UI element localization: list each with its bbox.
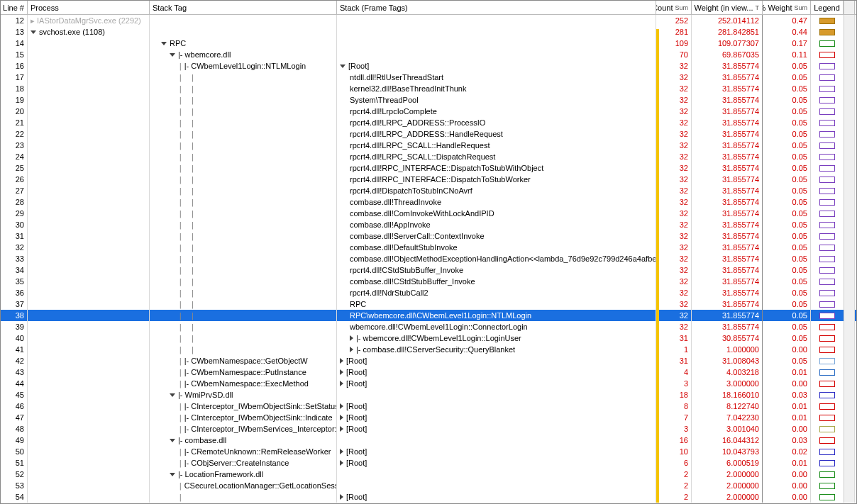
scrollbar-gutter[interactable] <box>844 401 855 412</box>
table-row[interactable]: 53| CSecureLocationManager::GetLocationS… <box>1 480 856 491</box>
scrollbar-gutter[interactable] <box>844 140 855 151</box>
expand-toggle-icon[interactable] <box>161 42 167 45</box>
scrollbar-gutter[interactable] <box>844 264 855 276</box>
scrollbar-gutter[interactable] <box>844 15 855 26</box>
scrollbar-gutter[interactable] <box>844 287 855 298</box>
profiler-grid[interactable]: Line # Process Stack Tag Stack (Frame Ta… <box>0 0 857 504</box>
expand-toggle-icon[interactable] <box>340 415 343 420</box>
table-row[interactable]: 54| [Root]22.0000000.00 <box>1 491 856 503</box>
table-row[interactable]: 26| |rpcrt4.dll!RPC_INTERFACE::DispatchT… <box>1 174 856 185</box>
table-row[interactable]: 37| |RPC3231.8557740.05 <box>1 298 856 310</box>
expand-toggle-icon[interactable] <box>340 381 343 386</box>
header-stacktag[interactable]: Stack Tag <box>150 1 337 14</box>
scrollbar-gutter[interactable] <box>844 196 855 208</box>
table-row[interactable]: 43| |- CWbemNamespace::PutInstance[Root]… <box>1 366 856 378</box>
expand-toggle-icon[interactable] <box>31 30 36 34</box>
table-row[interactable]: 31| |combase.dll!ServerCall::ContextInvo… <box>1 230 856 242</box>
expand-toggle-icon[interactable] <box>340 494 343 500</box>
expand-toggle-icon[interactable] <box>340 65 345 68</box>
table-row[interactable]: 24| |rpcrt4.dll!LRPC_SCALL::DispatchRequ… <box>1 151 856 162</box>
table-row[interactable]: 23| |rpcrt4.dll!LRPC_SCALL::HandleReques… <box>1 140 856 151</box>
table-row[interactable]: 45|- WmiPrvSD.dll1818.1660100.03 <box>1 389 856 401</box>
table-row[interactable]: 14RPC109109.0773070.17 <box>1 38 856 49</box>
scrollbar-gutter[interactable] <box>844 106 855 117</box>
scrollbar-gutter[interactable] <box>844 412 855 423</box>
expand-toggle-icon[interactable] <box>340 449 343 454</box>
table-row[interactable]: 17| |ntdll.dll!RtlUserThreadStart3231.85… <box>1 72 856 83</box>
expand-toggle-icon[interactable] <box>350 347 353 352</box>
expand-toggle-icon[interactable] <box>340 426 343 432</box>
table-row[interactable]: 52|- LocationFramework.dll22.0000000.00 <box>1 469 856 480</box>
table-row[interactable]: 12▸ IAStorDataMgrSvc.exe (2292)252252.01… <box>1 15 856 26</box>
table-row[interactable]: 38| |RPC\wbemcore.dll\CWbemLevel1Login::… <box>1 310 856 321</box>
expand-toggle-icon[interactable] <box>340 403 343 409</box>
scrollbar-gutter[interactable] <box>844 151 855 162</box>
scrollbar-gutter[interactable] <box>844 219 855 230</box>
scrollbar-track[interactable] <box>844 1 855 14</box>
header-stack[interactable]: Stack (Frame Tags) <box>337 1 656 14</box>
table-row[interactable]: 16| |- CWbemLevel1Login::NTLMLogin[Root]… <box>1 60 856 72</box>
table-row[interactable]: 15|- wbemcore.dll7069.8670350.11 <box>1 49 856 60</box>
table-row[interactable]: 34| |rpcrt4.dll!CStdStubBuffer_Invoke323… <box>1 264 856 276</box>
scrollbar-gutter[interactable] <box>844 94 855 106</box>
expand-toggle-icon[interactable] <box>340 358 343 364</box>
scrollbar-gutter[interactable] <box>844 72 855 83</box>
table-row[interactable]: 44| |- CWbemNamespace::ExecMethod[Root]3… <box>1 378 856 389</box>
scrollbar-gutter[interactable] <box>844 253 855 264</box>
scrollbar-gutter[interactable] <box>844 332 855 344</box>
table-row[interactable]: 42| |- CWbemNamespace::GetObjectW[Root]3… <box>1 355 856 366</box>
scrollbar-gutter[interactable] <box>844 355 855 366</box>
table-row[interactable]: 30| |combase.dll!AppInvoke3231.8557740.0… <box>1 219 856 230</box>
expand-toggle-icon[interactable] <box>170 393 175 397</box>
scrollbar-gutter[interactable] <box>844 389 855 401</box>
table-row[interactable]: 19| |System\ThreadPool3231.8557740.05 <box>1 94 856 106</box>
scrollbar-gutter[interactable] <box>844 162 855 174</box>
scrollbar-gutter[interactable] <box>844 276 855 287</box>
header-legend[interactable]: Legend <box>811 1 844 14</box>
scrollbar-gutter[interactable] <box>844 117 855 128</box>
scrollbar-gutter[interactable] <box>844 230 855 242</box>
header-count[interactable]: CountSum <box>656 1 692 14</box>
table-row[interactable]: 46| |- CInterceptor_IWbemObjectSink::Set… <box>1 401 856 412</box>
table-row[interactable]: 50| |- CRemoteUnknown::RemReleaseWorker[… <box>1 446 856 457</box>
table-row[interactable]: 49|- combase.dll1616.0443120.03 <box>1 435 856 446</box>
scrollbar-gutter[interactable] <box>844 435 855 446</box>
scrollbar-gutter[interactable] <box>844 446 855 457</box>
scrollbar-gutter[interactable] <box>844 491 855 503</box>
table-row[interactable]: 18| |kernel32.dll!BaseThreadInitThunk323… <box>1 83 856 94</box>
scrollbar-gutter[interactable] <box>844 185 855 196</box>
scrollbar-gutter[interactable] <box>844 83 855 94</box>
header-process[interactable]: Process <box>28 1 150 14</box>
table-row[interactable]: 29| |combase.dll!ComInvokeWithLockAndIPI… <box>1 208 856 219</box>
scrollbar-gutter[interactable] <box>844 298 855 310</box>
scrollbar-gutter[interactable] <box>844 378 855 389</box>
table-row[interactable]: 33| |combase.dll!ObjectMethodExceptionHa… <box>1 253 856 264</box>
table-row[interactable]: 25| |rpcrt4.dll!RPC_INTERFACE::DispatchT… <box>1 162 856 174</box>
header-line[interactable]: Line # <box>1 1 28 14</box>
scrollbar-gutter[interactable] <box>844 128 855 140</box>
table-row[interactable]: 36| |rpcrt4.dll!NdrStubCall23231.8557740… <box>1 287 856 298</box>
table-row[interactable]: 51| |- CObjServer::CreateInstance[Root]6… <box>1 457 856 469</box>
scrollbar-gutter[interactable] <box>844 480 855 491</box>
table-row[interactable]: 40| ||- wbemcore.dll!CWbemLevel1Login::L… <box>1 332 856 344</box>
table-row[interactable]: 32| |combase.dll!DefaultStubInvoke3231.8… <box>1 242 856 253</box>
scrollbar-gutter[interactable] <box>844 457 855 469</box>
scrollbar-gutter[interactable] <box>844 423 855 435</box>
scrollbar-gutter[interactable] <box>844 60 855 72</box>
expand-toggle-icon[interactable] <box>170 439 175 442</box>
table-row[interactable]: 41| ||- combase.dll!CServerSecurity::Que… <box>1 344 856 355</box>
scrollbar-gutter[interactable] <box>844 174 855 185</box>
table-row[interactable]: 22| |rpcrt4.dll!LRPC_ADDRESS::HandleRequ… <box>1 128 856 140</box>
table-row[interactable]: 47| |- CInterceptor_IWbemObjectSink::Ind… <box>1 412 856 423</box>
scrollbar-gutter[interactable] <box>844 344 855 355</box>
table-row[interactable]: 20| |rpcrt4.dll!LrpcIoComplete3231.85577… <box>1 106 856 117</box>
table-row[interactable]: 27| |rpcrt4.dll!DispatchToStubInCNoAvrf3… <box>1 185 856 196</box>
expand-toggle-icon[interactable] <box>170 53 175 57</box>
expand-toggle-icon[interactable] <box>170 473 175 476</box>
table-row[interactable]: 28| |combase.dll!ThreadInvoke3231.855774… <box>1 196 856 208</box>
scrollbar-gutter[interactable] <box>844 38 855 49</box>
scrollbar-gutter[interactable] <box>844 26 855 38</box>
table-row[interactable]: 21| |rpcrt4.dll!LRPC_ADDRESS::ProcessIO3… <box>1 117 856 128</box>
scrollbar-gutter[interactable] <box>844 208 855 219</box>
table-row[interactable]: 35| |combase.dll!CStdStubBuffer_Invoke32… <box>1 276 856 287</box>
